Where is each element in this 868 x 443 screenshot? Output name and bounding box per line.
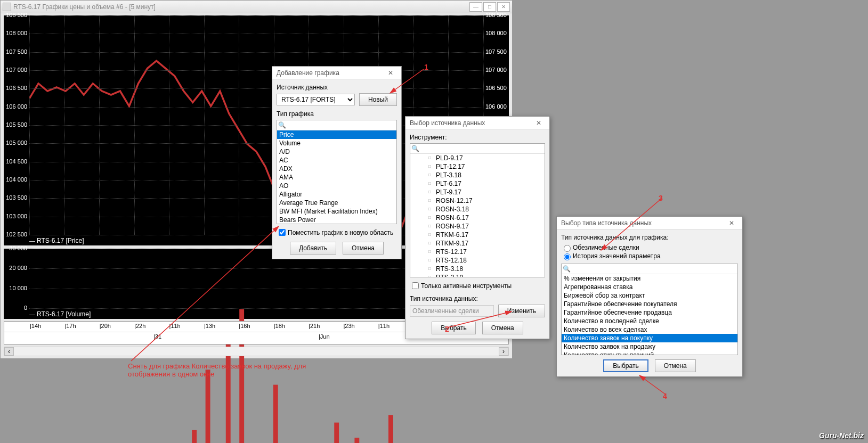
param-history-radio[interactable] (564, 253, 571, 260)
tree-item[interactable]: RTS-3.19 (410, 273, 545, 277)
param-history-label: История значений параметра (573, 252, 661, 260)
place-new-area-checkbox[interactable] (279, 229, 286, 236)
dialog-titlebar: Выбор источника данных ✕ (405, 117, 549, 129)
tree-item[interactable]: RTKM-9.17 (410, 239, 545, 248)
svg-rect-53 (388, 415, 393, 443)
svg-rect-48 (354, 438, 359, 443)
add-button[interactable]: Добавить (290, 242, 336, 255)
place-new-area-label: Поместить график в новую область (288, 229, 393, 236)
list-item[interactable]: Volume (277, 139, 396, 147)
source-type-label: Тип источника данных: (410, 295, 545, 302)
cancel-button[interactable]: Отмена (482, 322, 523, 334)
maximize-button[interactable]: □ (483, 2, 496, 12)
list-item[interactable]: Количество заявок на покупку (562, 334, 737, 342)
svg-rect-24 (192, 430, 197, 443)
list-item[interactable]: Количество во всех сделках (562, 325, 737, 334)
tree-item[interactable]: ROSN-9.17 (410, 222, 545, 231)
annotation-2: 2 (445, 325, 449, 333)
list-item[interactable]: BW MFI (Market Facilitation Index) (277, 207, 396, 216)
chart-type-listbox[interactable]: 🔍 PriceVolumeA/DACADXAMAAOAlligatorAvera… (277, 120, 397, 224)
list-item[interactable]: ADX (277, 165, 396, 173)
tree-item[interactable]: PLD-9.17 (410, 154, 545, 162)
tree-item[interactable]: RTS-12.18 (410, 256, 545, 265)
tree-item[interactable]: RTS-12.17 (410, 248, 545, 256)
tree-item[interactable]: PLT-9.17 (410, 188, 545, 196)
horizontal-scrollbar[interactable]: ‹ › (4, 347, 509, 356)
list-item[interactable]: Биржевой сбор за контракт (562, 291, 737, 300)
volume-y-axis: 010 00020 00030 000 (4, 249, 29, 308)
search-icon: 🔍 (278, 121, 286, 129)
svg-rect-36 (273, 385, 278, 443)
anonymous-trades-radio[interactable] (564, 245, 571, 252)
list-item[interactable]: Price (277, 130, 396, 139)
dialog-titlebar: Добавление графика ✕ (272, 67, 401, 79)
source-type-field: Обезличенные сделки (410, 305, 494, 317)
add-chart-dialog: Добавление графика ✕ Источник данных RTS… (272, 66, 402, 259)
search-icon: 🔍 (563, 265, 571, 273)
list-item[interactable]: AC (277, 156, 396, 165)
close-button[interactable]: ✕ (497, 2, 510, 12)
cancel-button[interactable]: Отмена (655, 359, 696, 372)
list-item[interactable]: Average True Range (277, 199, 396, 207)
only-active-label: Только активные инструменты (421, 282, 512, 290)
list-item[interactable]: AMA (277, 173, 396, 182)
only-active-checkbox[interactable] (412, 282, 419, 289)
tree-item[interactable]: ROSN-12.17 (410, 196, 545, 205)
svg-line-70 (639, 375, 665, 394)
instrument-label: Инструмент: (410, 134, 545, 141)
tree-item[interactable]: PLT-12.17 (410, 162, 545, 171)
list-item[interactable]: AO (277, 182, 396, 190)
window-title: RTS-6.17 Графики цены и объема #6 - [5 м… (13, 3, 468, 11)
price-chart-label: — RTS-6.17 [Price] (29, 237, 84, 244)
scroll-left-arrow[interactable]: ‹ (4, 347, 14, 356)
change-button[interactable]: Изменить (498, 305, 545, 317)
source-select[interactable]: RTS-6.17 [FORTS] (277, 94, 355, 105)
cancel-button[interactable]: Отмена (343, 242, 384, 255)
list-item[interactable]: Количество заявок на продажу (562, 342, 737, 351)
watermark: Guru-Net.biz (819, 431, 864, 440)
tree-item[interactable]: ROSN-3.18 (410, 205, 545, 214)
list-item[interactable]: Количество открытых позиций (562, 351, 737, 355)
list-item[interactable]: Количество в последней сделке (562, 317, 737, 325)
volume-chart-label: — RTS-6.17 [Volume] (29, 310, 91, 318)
svg-rect-26 (206, 370, 210, 443)
select-button[interactable]: Выбрать (432, 322, 475, 334)
list-item[interactable]: Alligator (277, 190, 396, 199)
list-item[interactable]: Bears Power (277, 216, 396, 224)
parameter-listbox[interactable]: 🔍 % изменения от закрытияАгрегированная … (561, 264, 738, 355)
minimize-button[interactable]: — (469, 2, 482, 12)
tree-item[interactable]: RTKM-6.17 (410, 231, 545, 239)
dialog-titlebar: Выбор типа источника данных ✕ (557, 217, 742, 229)
list-item[interactable]: % изменения от закрытия (562, 274, 737, 283)
dialog-title: Добавление графика (277, 69, 384, 77)
chart-type-label: Тип графика (277, 110, 397, 118)
tree-item[interactable]: PLT-3.18 (410, 171, 545, 179)
scroll-right-arrow[interactable]: › (499, 347, 508, 356)
dialog-title: Выбор типа источника данных (561, 219, 725, 227)
new-source-button[interactable]: Новый (359, 93, 397, 106)
list-item[interactable]: Гарантийное обеспечение покупателя (562, 300, 737, 308)
search-icon: 🔍 (411, 145, 419, 152)
dialog-title: Выбор источника данных (410, 119, 532, 127)
tree-item[interactable]: ROSN-6.17 (410, 214, 545, 222)
close-icon[interactable]: ✕ (532, 118, 545, 128)
svg-rect-45 (334, 423, 339, 443)
annotation-3: 3 (659, 194, 663, 202)
close-icon[interactable]: ✕ (384, 68, 397, 78)
source-selection-dialog: Выбор источника данных ✕ Инструмент: 🔍 P… (405, 116, 550, 339)
list-item[interactable]: Агрегированная ставка (562, 283, 737, 291)
annotation-note: Снять для графика Количество заявок на п… (128, 362, 314, 378)
source-type-for-chart-label: Тип источника данных для графика: (561, 234, 738, 241)
annotation-4: 4 (663, 392, 667, 400)
annotation-1: 1 (424, 63, 428, 71)
list-item[interactable]: A/D (277, 147, 396, 156)
anonymous-trades-label: Обезличенные сделки (573, 244, 639, 251)
list-item[interactable]: Гарантийное обеспечение продавца (562, 308, 737, 317)
tree-item[interactable]: RTS-3.18 (410, 265, 545, 273)
select-button[interactable]: Выбрать (603, 359, 648, 372)
source-type-dialog: Выбор типа источника данных ✕ Тип источн… (556, 216, 743, 377)
instrument-listbox[interactable]: 🔍 PLD-9.17PLT-12.17PLT-3.18PLT-6.17PLT-9… (410, 143, 545, 277)
tree-item[interactable]: PLT-6.17 (410, 179, 545, 188)
app-icon (3, 3, 11, 11)
close-icon[interactable]: ✕ (725, 218, 738, 228)
